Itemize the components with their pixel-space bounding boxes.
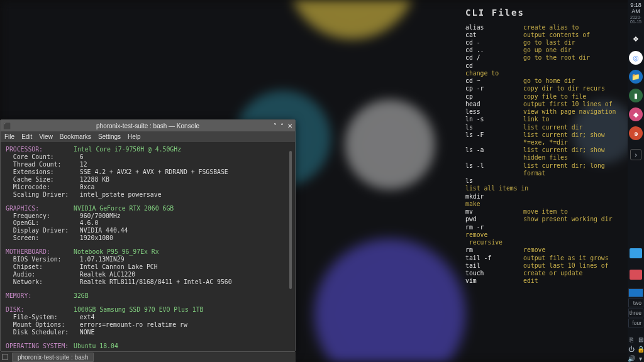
cli-command: rm: [465, 246, 521, 254]
workspace-pager[interactable]: four: [628, 319, 643, 327]
system-tray-icon[interactable]: 🔊: [628, 355, 635, 362]
sysinfo-section: GRAPHICS:NVIDIA GeForce RTX 2060 6GB: [6, 205, 258, 212]
cli-description: output contents of: [523, 31, 590, 39]
cli-command: mv: [465, 208, 521, 216]
menu-item-settings[interactable]: Settings: [98, 133, 121, 140]
workspace-pager[interactable]: two: [628, 299, 643, 307]
cli-command: ls -a: [465, 146, 521, 162]
cli-command: cd ~: [465, 77, 521, 85]
cli-command: cd /: [465, 54, 521, 62]
sysinfo-row: Extensions:SSE 4.2 + AVX2 + AVX + RDRAND…: [6, 168, 258, 176]
cli-row: cat output contents of: [465, 31, 625, 39]
menu-icon[interactable]: ❖: [629, 32, 643, 46]
sysinfo-section: OPERATING SYSTEM:Ubuntu 18.04: [6, 343, 258, 350]
sysinfo-row: Scaling Driver:intel_pstate powersave: [6, 191, 258, 199]
cli-command: cd ..: [465, 47, 521, 54]
files-icon[interactable]: 📁: [629, 70, 643, 84]
desktop-folder-icon[interactable]: [630, 270, 642, 280]
panel-clock[interactable]: 9:18 AM 2020-01-15: [628, 3, 644, 25]
cli-row: ls -Flist current dir; show *=exe, *=dir: [465, 131, 625, 146]
menu-item-file[interactable]: File: [4, 133, 14, 140]
cli-description: change to: [465, 70, 502, 77]
cli-row: cp -r copy dir to dir recurs: [465, 85, 625, 92]
cli-row: cd /go to the root dir: [465, 54, 625, 62]
system-tray-icon[interactable]: ▾: [637, 355, 644, 362]
cli-row: cd change to: [465, 62, 625, 77]
system-tray-icon[interactable]: ⏻: [628, 346, 635, 353]
sysinfo-section: DISK:1000GB Samsung SSD 970 EVO Plus 1TB: [6, 306, 258, 314]
cli-description: list current dir: [523, 124, 582, 131]
sysinfo-row: File-System:ext4: [6, 314, 258, 321]
cli-row: ls -alist current dir; show hidden files: [465, 146, 625, 162]
terminal-window[interactable]: ⬛ phoronix-test-suite : bash — Konsole ˅…: [0, 119, 296, 352]
workspace-pager[interactable]: three: [628, 309, 643, 317]
cli-row: head output first 10 lines of: [465, 101, 625, 108]
system-tray-icon[interactable]: ⎘: [628, 336, 635, 343]
cli-description: list current dir; show *=exe, *=dir: [523, 131, 625, 146]
taskbar-launcher-icon[interactable]: [2, 354, 8, 360]
cli-description: view with page navigation: [523, 108, 616, 116]
cli-row: cd -go to last dir: [465, 39, 625, 47]
cli-description: copy file to file: [523, 93, 586, 101]
terminal-titlebar[interactable]: ⬛ phoronix-test-suite : bash — Konsole ˅…: [1, 120, 295, 131]
sysinfo-row: Frequency:960/7000MHz: [6, 212, 258, 220]
cli-row: less view with page navigation: [465, 108, 625, 116]
menu-item-edit[interactable]: Edit: [21, 133, 32, 140]
workspace-pager[interactable]: [628, 288, 643, 297]
sysinfo-row: Core Count:6: [6, 153, 258, 161]
cli-description: output last 10 lines of: [523, 262, 609, 270]
menu-item-help[interactable]: Help: [128, 133, 141, 140]
cli-command: cat: [465, 31, 521, 39]
cli-description: show present working dir: [523, 216, 613, 223]
cli-row: touch create or update: [465, 270, 625, 277]
cli-command: mkdir make: [465, 193, 521, 208]
cli-row: mkdir make: [465, 193, 625, 208]
sysinfo-row: Display Driver:NVIDIA 440.44: [6, 227, 258, 234]
system-tray-icon[interactable]: 🔒: [637, 346, 644, 353]
system-panel[interactable]: 9:18 AM 2020-01-15 ❖◎📁▮◆๑ › twothreefour…: [628, 0, 644, 362]
sysinfo-row: Microcode:0xca: [6, 184, 258, 191]
cli-description: create or update: [523, 270, 582, 277]
cli-row: cd ~go to home dir: [465, 77, 625, 85]
terminal-menubar[interactable]: FileEditViewBookmarksSettingsHelp: [1, 131, 295, 142]
window-close-button[interactable]: ✕: [287, 123, 292, 129]
cli-row: vim edit: [465, 277, 625, 285]
cli-command: cd change to: [465, 62, 521, 77]
chrome-icon[interactable]: ◎: [629, 51, 643, 65]
window-minimize-button[interactable]: ˅: [274, 123, 277, 129]
swirl-icon[interactable]: ๑: [629, 126, 643, 140]
monitor-icon[interactable]: ▮: [629, 89, 643, 102]
sysinfo-row: Network:Realtek RTL8111/8168/8411 + Inte…: [6, 278, 258, 286]
terminal-output[interactable]: PROCESSOR:Intel Core i7-9750H @ 4.50GHz …: [1, 142, 295, 351]
cli-row: tail output last 10 lines of: [465, 262, 625, 270]
cli-row: rm -r remove recursive: [465, 224, 625, 247]
panel-expand-button[interactable]: ›: [630, 149, 641, 160]
menu-item-view[interactable]: View: [39, 133, 53, 140]
cli-description: move item to: [523, 208, 568, 216]
cube-icon[interactable]: ◆: [629, 107, 643, 121]
cli-row: cd ..go up one dir: [465, 47, 625, 54]
cli-command: ls list all items in: [465, 177, 532, 192]
cli-description: remove: [523, 246, 545, 254]
sysinfo-row: Screen:1920x1080: [6, 234, 258, 242]
cli-command: cd -: [465, 39, 521, 47]
cli-command: rm -r remove recursive: [465, 224, 521, 247]
cli-command: less: [465, 108, 521, 116]
desktop-folder-icon[interactable]: [630, 248, 642, 258]
cli-command: tail: [465, 262, 521, 270]
cli-command: ln -s: [465, 116, 521, 123]
cli-command: ls -F: [465, 131, 521, 146]
scrollbar-thumb[interactable]: [289, 151, 292, 289]
cli-command: ls: [465, 124, 521, 131]
cli-row: mv move item to: [465, 208, 625, 216]
system-tray-icon[interactable]: ⊞: [637, 336, 644, 343]
sysinfo-section: MOTHERBOARD:Notebook P95_96_97Ex Rx: [6, 248, 258, 256]
window-maximize-button[interactable]: ˄: [280, 123, 284, 129]
menu-item-bookmarks[interactable]: Bookmarks: [60, 133, 91, 140]
sysinfo-row: Mount Options:errors=remount-ro relatime…: [6, 321, 258, 329]
cli-description: remove recursive: [465, 231, 521, 246]
cli-cheatsheet-widget: CLI Files alias create alias to cat outp…: [465, 8, 625, 285]
taskbar[interactable]: phoronix-test-suite : bash: [0, 352, 296, 362]
cli-description: output first 10 lines of: [523, 101, 613, 108]
taskbar-task-button[interactable]: phoronix-test-suite : bash: [12, 353, 94, 362]
